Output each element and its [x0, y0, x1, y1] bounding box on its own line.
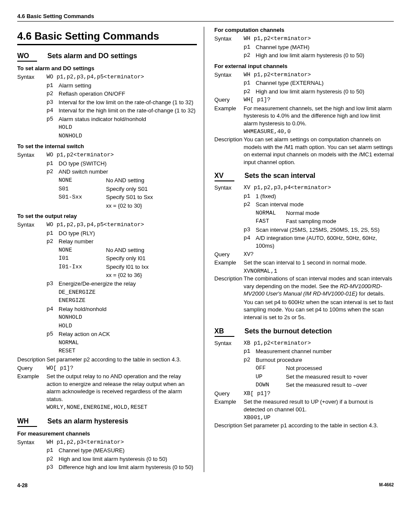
param-text: DO type (SWITCH): [59, 160, 197, 168]
tbl-desc: Specify S01 to Sxx: [106, 193, 197, 201]
label-syntax: Syntax: [17, 439, 47, 446]
param-text: Interval for the high limit on the rate-…: [59, 107, 197, 115]
cmd-code: WH: [17, 417, 37, 427]
example-code: WHMEASURE,40,0: [244, 128, 394, 136]
param-text: DO type (RLY): [59, 230, 197, 237]
tbl-code: NONE: [59, 246, 106, 254]
cmd-heading-wo: WO Sets alarm and DO settings: [17, 52, 197, 62]
param-code: p4: [244, 234, 256, 242]
param-code: p4: [47, 305, 59, 313]
param-text: A/D integration time (AUTO, 600Hz, 50Hz,…: [256, 234, 394, 249]
cmd-title: Sets the burnout detection: [245, 327, 332, 335]
page-number: 4-28: [17, 482, 28, 488]
param-text: Alarm setting: [59, 82, 197, 90]
cmd-title: Sets an alarm hysteresis: [47, 417, 128, 425]
cmd-heading-wh: WH Sets an alarm hysteresis: [17, 417, 197, 427]
param-code: p1: [244, 44, 256, 51]
label-syntax: Syntax: [17, 151, 47, 159]
sub-heading: For measurement channels: [17, 430, 197, 437]
example-text: For measurement channels, set the high a…: [244, 105, 394, 128]
param-text: AND switch number: [59, 168, 197, 176]
tbl-desc: Specify only S01: [106, 185, 197, 193]
sub-heading: To set the internal switch: [17, 143, 197, 149]
example-text: Set the scan interval to 1 second in nor…: [244, 259, 367, 267]
cmd-title: Sets the scan interval: [245, 172, 316, 180]
label-query: Query: [215, 251, 244, 258]
param-text: Burnout procedure: [256, 356, 394, 364]
cmd-code: XB: [215, 327, 234, 337]
tbl-desc: xx = {02 to 30}: [106, 202, 197, 210]
param-text: Difference high and low limit alarm hyst…: [59, 464, 197, 471]
cmd-heading-xv: XV Sets the scan interval: [215, 172, 394, 181]
param-code: p1: [47, 230, 59, 237]
label-example: Example: [215, 105, 244, 112]
description-text: Set parameter p1 according to the table …: [244, 422, 378, 429]
param-code: p1: [244, 348, 256, 355]
param-code: p2: [47, 90, 59, 98]
param-text: High and low limit alarm hysteresis (0 t…: [59, 455, 197, 463]
syntax-text: WO p1,p2,p3,p4,p5<terminator>: [47, 221, 144, 229]
param-code: p1: [47, 447, 59, 454]
cmd-code: WO: [17, 52, 37, 62]
tbl-code: I01-Ixx: [59, 263, 106, 271]
query-text: WH[ p1]?: [244, 96, 271, 104]
param-text: Interval for the low limit on the rate-o…: [59, 99, 197, 106]
label-description: Description: [215, 422, 244, 429]
param-code: p3: [244, 226, 256, 234]
param-text: Channel type (MEASURE): [59, 447, 197, 454]
tbl-desc: Set the measured result to –over: [286, 381, 394, 389]
label-query: Query: [17, 364, 47, 372]
param-value: DE_ENERGIZE: [59, 289, 197, 296]
param-code: p2: [47, 238, 59, 246]
param-value: HOLD: [59, 124, 197, 131]
param-text: Channel type (MATH): [256, 44, 394, 51]
sub-heading: To set the output relay: [17, 213, 197, 219]
param-text: Relay hold/nonhold: [59, 305, 197, 313]
label-syntax: Syntax: [215, 35, 244, 43]
param-code: p3: [47, 464, 59, 471]
description-text: Set parameter p2 according to the table …: [47, 356, 181, 364]
tbl-code: DOWN: [256, 381, 286, 389]
section-title: 4.6 Basic Setting Commands: [17, 30, 197, 42]
syntax-text: WH p1,p2<terminator>: [244, 71, 311, 79]
tbl-code: NORMAL: [256, 209, 286, 217]
example-text: Set the measured result to UP (+over) if…: [244, 398, 394, 413]
param-code: p1: [244, 193, 256, 200]
param-code: p5: [47, 115, 59, 123]
param-code: p1: [244, 79, 256, 87]
tbl-desc: Specify only I01: [106, 255, 197, 262]
param-text: 1 (fixed): [256, 193, 394, 200]
param-text: Relay action on ACK: [59, 330, 197, 338]
syntax-text: XV p1,p2,p3,p4<terminator>: [244, 184, 331, 192]
cmd-heading-xb: XB Sets the burnout detection: [215, 327, 394, 337]
label-description: Description: [215, 275, 244, 283]
tbl-desc: Set the measured result to +over: [286, 373, 394, 381]
param-code: p4: [47, 107, 59, 115]
param-text: Reflash operation ON/OFF: [59, 90, 197, 98]
query-text: WO[ p1]?: [47, 364, 73, 372]
syntax-text: WO p1,p2,p3,p4,p5<terminator>: [47, 73, 144, 81]
tbl-desc: Specify I01 to Ixx: [106, 263, 197, 271]
label-description: Description: [215, 136, 244, 143]
param-value: ENERGIZE: [59, 297, 197, 305]
sub-heading: For external input channels: [215, 63, 394, 69]
label-example: Example: [215, 398, 244, 406]
label-example: Example: [17, 373, 47, 380]
tbl-code: I01: [59, 255, 106, 262]
param-text: Channel type (EXTERNAL): [256, 79, 394, 87]
param-code: p3: [47, 99, 59, 106]
left-column: 4.6 Basic Setting Commands WO Sets alarm…: [17, 27, 204, 472]
param-value: HOLD: [59, 322, 197, 330]
tbl-code: S01: [59, 185, 106, 193]
param-code: p2: [47, 168, 59, 176]
param-value: NONHOLD: [59, 314, 197, 321]
param-code: p2: [244, 88, 256, 96]
param-text: Scan interval (25MS, 125MS, 250MS, 1S, 2…: [256, 226, 394, 234]
tbl-code: UP: [256, 373, 286, 381]
example-code: XB001,UP: [244, 414, 394, 422]
label-syntax: Syntax: [17, 73, 47, 81]
sub-heading: To set alarm and DO settings: [17, 65, 197, 72]
cmd-code: XV: [215, 172, 234, 181]
tbl-code: S01-Sxx: [59, 193, 106, 201]
param-code: p3: [47, 280, 59, 288]
